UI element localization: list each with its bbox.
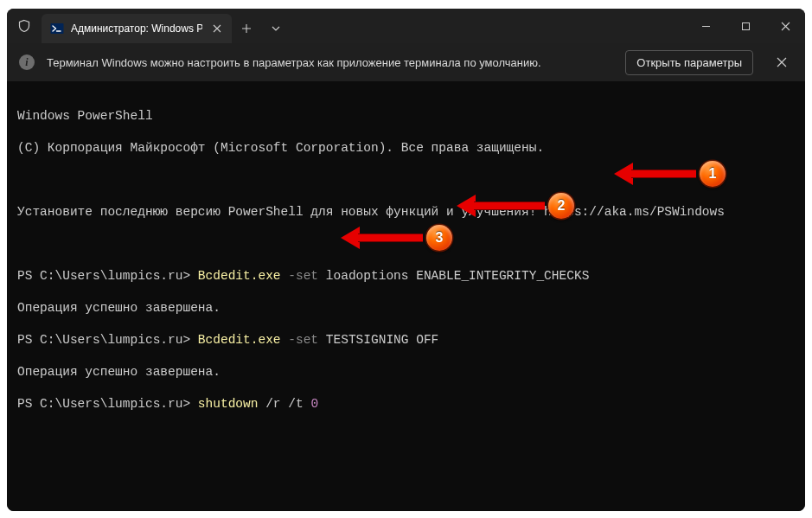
terminal-window: Администратор: Windows Pc i Терминал [7,9,805,511]
info-message: Терминал Windows можно настроить в парам… [47,56,613,69]
terminal-line [17,172,795,189]
terminal-line: PS C:\Users\lumpics.ru> Bcdedit.exe -set… [17,268,795,285]
terminal-line: PS C:\Users\lumpics.ru> Bcdedit.exe -set… [17,332,795,349]
close-window-button[interactable] [765,9,805,43]
new-tab-button[interactable] [232,14,261,43]
tab-title: Администратор: Windows Pc [71,22,202,35]
tab-close-button[interactable] [209,21,225,36]
terminal-line: Операция успешно завершена. [17,300,795,317]
annotation-badge-1: 1 [700,161,726,187]
terminal-output[interactable]: Windows PowerShell (C) Корпорация Майкро… [7,81,805,511]
info-bar: i Терминал Windows можно настроить в пар… [7,43,805,81]
svg-rect-0 [51,23,64,34]
window-controls [686,9,805,43]
terminal-line: Windows PowerShell [17,108,795,125]
powershell-icon [50,22,64,35]
maximize-button[interactable] [726,9,765,43]
info-icon: i [19,54,35,70]
infobar-close-button[interactable] [770,51,793,74]
terminal-line: Операция успешно завершена. [17,364,795,381]
shield-icon [7,9,42,43]
annotation-badge-3: 3 [426,225,452,251]
terminal-line [17,236,795,253]
annotation-badge-2: 2 [548,193,574,219]
tab-powershell[interactable]: Администратор: Windows Pc [42,14,232,43]
terminal-line: Установите последнюю версию PowerShell д… [17,204,795,221]
titlebar[interactable]: Администратор: Windows Pc [7,9,805,43]
open-settings-button[interactable]: Открыть параметры [625,50,753,75]
minimize-button[interactable] [686,9,726,43]
tab-dropdown-button[interactable] [261,14,291,43]
terminal-line: PS C:\Users\lumpics.ru> shutdown /r /t 0 [17,396,795,412]
terminal-line: (C) Корпорация Майкрософт (Microsoft Cor… [17,140,795,157]
svg-rect-3 [742,22,749,29]
titlebar-drag-region[interactable] [291,9,686,43]
